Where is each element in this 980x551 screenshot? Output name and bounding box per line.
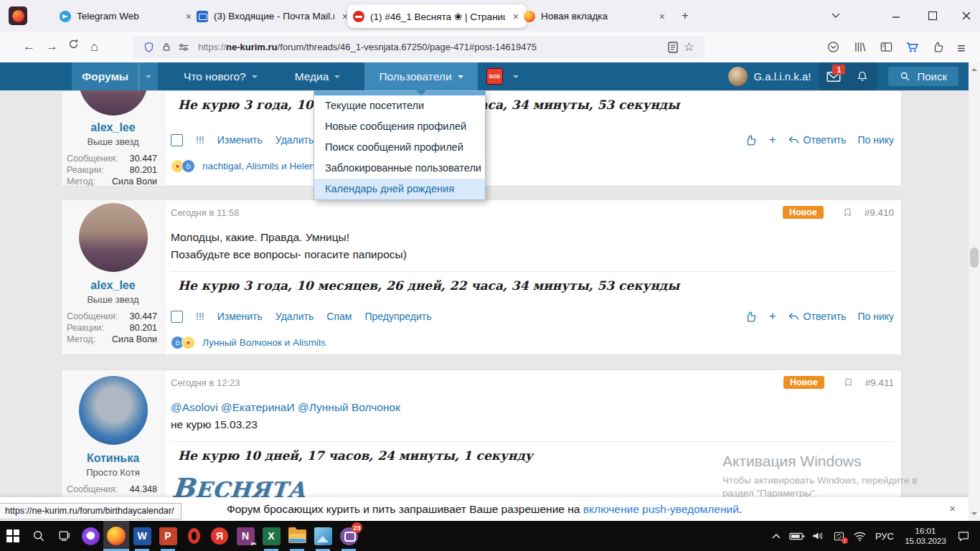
volume-icon[interactable] xyxy=(810,530,826,542)
menu-item-search-profile-posts[interactable]: Поиск сообщений профилей xyxy=(314,137,485,158)
member-name[interactable]: alex_lee xyxy=(62,121,164,134)
edit-link[interactable]: Изменить xyxy=(217,311,263,322)
reply-link[interactable]: Ответить xyxy=(788,134,847,146)
reload-icon[interactable] xyxy=(67,38,80,50)
quote-plus-button[interactable]: + xyxy=(769,309,776,324)
post-time-link[interactable]: Сегодня в 12:23 xyxy=(171,377,240,388)
reactions-users[interactable]: nachtigal, Alismils и Helen! xyxy=(202,161,318,171)
nav-whats-new[interactable]: Что нового? xyxy=(174,62,268,90)
wifi-icon[interactable] xyxy=(852,531,867,542)
forward-icon[interactable]: → xyxy=(46,39,58,54)
new-tab-button[interactable]: + xyxy=(682,9,689,23)
firefox-view-button[interactable] xyxy=(9,6,27,25)
library-icon[interactable] xyxy=(853,40,867,54)
taskbar-alice[interactable] xyxy=(77,521,103,551)
tray-clock[interactable]: 16:01 15.03.2023 xyxy=(902,526,949,546)
reader-view-icon[interactable] xyxy=(668,42,678,53)
reactions-bar[interactable]: ♥ nachtigal, Alismils и Helen! xyxy=(171,159,894,173)
scroll-down-arrow[interactable] xyxy=(969,508,980,519)
tab-close-icon[interactable]: × xyxy=(657,11,667,22)
tab-telegram[interactable]: Telegram Web × xyxy=(54,4,199,28)
tab-forum-active[interactable]: (1) #46_1 Веснята ❀ | Страниц × xyxy=(347,4,527,28)
select-post-checkbox[interactable] xyxy=(171,134,183,146)
url-bar[interactable]: https://ne-kurim.ru/forum/threads/46_1-v… xyxy=(133,36,705,58)
language-indicator[interactable]: РУС xyxy=(872,531,897,542)
nav-sos-chevron[interactable] xyxy=(503,62,529,90)
start-button[interactable] xyxy=(0,521,26,551)
push-close-icon[interactable]: × xyxy=(949,502,956,514)
task-view-button[interactable] xyxy=(52,521,77,551)
menu-item-current-visitors[interactable]: Текущие посетители xyxy=(314,95,485,116)
reply-by-nick-link[interactable]: По нику xyxy=(857,134,894,146)
username-link[interactable]: G.a.l.i.n.k.a! xyxy=(748,62,819,90)
nav-forums[interactable]: Форумы xyxy=(72,62,158,90)
shopping-cart-extension-icon[interactable] xyxy=(905,40,920,55)
spam-link[interactable]: Спам xyxy=(326,311,352,322)
tab-list-chevron-icon[interactable] xyxy=(831,11,841,19)
select-post-checkbox[interactable] xyxy=(171,311,183,323)
lock-icon[interactable] xyxy=(161,41,172,53)
back-icon[interactable]: ← xyxy=(23,39,35,54)
nav-media[interactable]: Медиа xyxy=(285,62,351,90)
taskbar-powerpoint[interactable]: P xyxy=(155,521,181,551)
action-center-icon[interactable] xyxy=(954,530,973,542)
reply-link[interactable]: Ответить xyxy=(788,311,847,322)
taskbar-opera[interactable] xyxy=(181,521,207,551)
taskbar-photos[interactable] xyxy=(310,521,336,551)
battery-icon[interactable] xyxy=(789,532,805,541)
window-minimize-button[interactable] xyxy=(884,7,908,24)
bookmark-icon[interactable] xyxy=(843,376,854,389)
scrollbar[interactable] xyxy=(969,62,980,521)
taskbar-excel[interactable]: X xyxy=(258,521,284,551)
taskbar-viber[interactable]: 23 xyxy=(336,521,362,551)
push-enable-link[interactable]: включение push-уведомлений xyxy=(583,503,739,515)
search-button[interactable]: Поиск xyxy=(888,67,958,86)
nav-members[interactable]: Пользователи xyxy=(364,62,477,90)
window-close-button[interactable] xyxy=(954,7,979,24)
avatar[interactable] xyxy=(79,90,148,116)
home-icon[interactable]: ⌂ xyxy=(90,39,98,55)
scroll-up-arrow[interactable] xyxy=(969,64,980,75)
reply-by-nick-link[interactable]: По нику xyxy=(857,311,894,322)
tab-mailru[interactable]: (3) Входящие - Почта Mail.ru × xyxy=(191,4,356,28)
avatar[interactable] xyxy=(79,376,148,445)
taskbar-yandex[interactable]: Я xyxy=(207,521,232,551)
bookmark-star-icon[interactable]: ☆ xyxy=(684,39,694,55)
user-mentions[interactable]: @Asolovi @ЕкатеринаИ @Лунный Волчонок xyxy=(171,399,894,416)
inbox-button[interactable]: 1 xyxy=(819,62,848,90)
report-link[interactable]: !!! xyxy=(196,311,204,322)
extension-icon[interactable] xyxy=(931,40,945,54)
delete-link[interactable]: Удалить xyxy=(275,311,314,322)
report-link[interactable]: !!! xyxy=(196,134,204,146)
member-name[interactable]: Котинька xyxy=(62,452,164,465)
taskbar-explorer[interactable] xyxy=(284,521,310,551)
scroll-thumb[interactable] xyxy=(970,248,979,268)
permissions-icon[interactable] xyxy=(178,42,189,52)
taskbar-onenote[interactable]: N✂ xyxy=(232,521,258,551)
chevron-down-icon[interactable] xyxy=(138,62,158,90)
menu-item-new-profile-posts[interactable]: Новые сообщения профилей xyxy=(314,116,485,137)
window-maximize-button[interactable] xyxy=(920,7,945,24)
tab-new[interactable]: Новая вкладка × xyxy=(518,4,673,28)
tray-chevron-up-icon[interactable] xyxy=(768,532,784,540)
post-number-link[interactable]: #9.411 xyxy=(865,377,894,388)
member-name[interactable]: alex_lee xyxy=(62,279,164,292)
like-icon[interactable] xyxy=(744,133,758,147)
menu-item-banned-users[interactable]: Заблокированные пользователи xyxy=(314,158,485,179)
pocket-icon[interactable] xyxy=(826,40,840,54)
like-icon[interactable] xyxy=(744,310,758,324)
taskbar-word[interactable]: W xyxy=(129,521,155,551)
edit-link[interactable]: Изменить xyxy=(217,134,263,146)
post-time-link[interactable]: Сегодня в 11:58 xyxy=(171,207,240,218)
warn-user-link[interactable]: Предупредить xyxy=(364,311,431,322)
menu-icon[interactable]: ≡ xyxy=(957,40,966,57)
delete-link[interactable]: Удалить xyxy=(275,134,314,146)
reactions-bar[interactable]: ♥ Лунный Волчонок и Alismils xyxy=(171,336,894,349)
shield-icon[interactable] xyxy=(143,41,155,54)
sidebar-icon[interactable] xyxy=(880,40,893,54)
taskbar-search-button[interactable] xyxy=(26,521,52,551)
user-avatar[interactable] xyxy=(728,67,748,86)
taskbar-firefox[interactable] xyxy=(103,521,129,551)
alerts-button[interactable] xyxy=(848,62,877,90)
post-number-link[interactable]: #9.410 xyxy=(864,207,894,218)
